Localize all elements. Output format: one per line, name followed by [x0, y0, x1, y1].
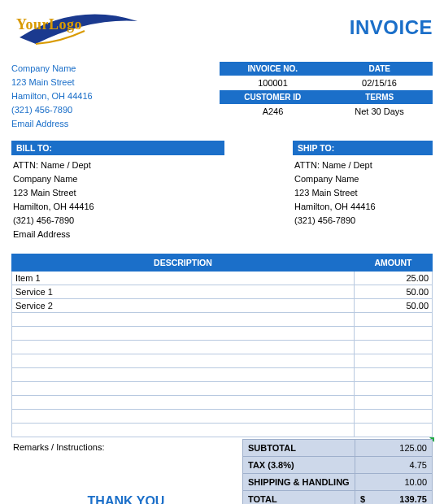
ship-company: Company Name — [294, 172, 431, 186]
invoice-title: INVOICE — [350, 11, 433, 39]
table-row — [12, 409, 433, 423]
meta-head-terms: TERMS — [326, 90, 433, 104]
table-row — [12, 354, 433, 367]
item-description: Service 2 — [12, 298, 355, 312]
remarks-label: Remarks / Instructions: — [13, 442, 239, 452]
col-amount: AMOUNT — [355, 254, 433, 271]
table-row — [12, 381, 433, 395]
bill-to-block: BILL TO: ATTN: Name / Dept Company Name … — [11, 141, 224, 241]
logo-text-1: Your — [16, 16, 49, 33]
meta-invoice-no: 100001 — [220, 76, 326, 90]
company-street: 123 Main Street — [11, 76, 93, 89]
item-description: Service 1 — [12, 285, 355, 298]
table-row — [12, 340, 433, 354]
item-description — [12, 326, 355, 340]
meta-terms: Net 30 Days — [326, 104, 433, 119]
table-row: Service 250.00 — [12, 298, 433, 312]
total-value: $ 139.75 — [355, 490, 433, 504]
item-amount — [355, 409, 433, 423]
item-description — [12, 423, 355, 437]
item-description — [12, 340, 355, 354]
item-description — [12, 381, 355, 395]
thank-you: THANK YOU — [13, 494, 239, 504]
currency-symbol: $ — [360, 494, 365, 504]
company-city: Hamilton, OH 44416 — [11, 89, 93, 103]
logo: YourLogo — [11, 11, 141, 50]
item-amount — [355, 312, 433, 326]
ship-to-header: SHIP TO: — [293, 141, 433, 155]
item-amount: 50.00 — [355, 298, 433, 312]
item-description — [12, 312, 355, 326]
item-amount: 50.00 — [355, 285, 433, 298]
totals-table: SUBTOTAL 125.00 TAX (3.8%) 4.75 SHIPPING… — [242, 439, 433, 504]
subtotal-value: 125.00 — [355, 439, 433, 456]
tax-value: 4.75 — [355, 456, 433, 473]
item-description: Item 1 — [12, 271, 355, 285]
item-description — [12, 409, 355, 423]
logo-text-2: Logo — [49, 16, 82, 33]
ship-city: Hamilton, OH 44416 — [294, 200, 431, 214]
item-amount — [355, 367, 433, 381]
item-amount — [355, 326, 433, 340]
company-name: Company Name — [11, 62, 93, 76]
meta-head-date: DATE — [326, 62, 433, 76]
item-amount — [355, 423, 433, 437]
table-row — [12, 326, 433, 340]
bill-city: Hamilton, OH 44416 — [13, 200, 223, 214]
shipping-value: 10.00 — [355, 473, 433, 490]
tax-label: TAX (3.8%) — [243, 456, 355, 473]
subtotal-label: SUBTOTAL — [243, 439, 355, 456]
bill-phone: (321) 456-7890 — [13, 214, 223, 228]
item-amount: 25.00 — [355, 271, 433, 285]
meta-head-invoice-no: INVOICE NO. — [220, 62, 326, 76]
table-row — [12, 395, 433, 409]
item-description — [12, 367, 355, 381]
bill-street: 123 Main Street — [13, 186, 223, 200]
item-amount — [355, 340, 433, 354]
ship-to-block: SHIP TO: ATTN: Name / Dept Company Name … — [293, 141, 433, 241]
item-amount — [355, 381, 433, 395]
total-label: TOTAL — [243, 490, 355, 504]
company-email: Email Address — [11, 117, 93, 131]
shipping-label: SHIPPING & HANDLING — [243, 473, 355, 490]
table-row — [12, 423, 433, 437]
invoice-meta: INVOICE NO. DATE 100001 02/15/16 CUSTOME… — [220, 62, 433, 131]
total-amount: 139.75 — [399, 494, 427, 504]
table-row — [12, 312, 433, 326]
item-amount — [355, 395, 433, 409]
table-row: Item 125.00 — [12, 271, 433, 285]
item-amount — [355, 354, 433, 367]
company-info: Company Name 123 Main Street Hamilton, O… — [11, 62, 93, 131]
item-description — [12, 395, 355, 409]
table-row — [12, 367, 433, 381]
meta-head-customer-id: CUSTOMER ID — [220, 90, 326, 104]
ship-attn: ATTN: Name / Dept — [294, 159, 431, 172]
meta-customer-id: A246 — [220, 104, 326, 119]
bill-to-header: BILL TO: — [11, 141, 224, 155]
bill-attn: ATTN: Name / Dept — [13, 159, 223, 172]
items-table: DESCRIPTION AMOUNT Item 125.00Service 15… — [11, 254, 433, 437]
ship-phone: (321) 456-7890 — [294, 214, 431, 228]
meta-date: 02/15/16 — [326, 76, 433, 90]
bill-email: Email Address — [13, 228, 223, 241]
col-description: DESCRIPTION — [12, 254, 355, 271]
table-row: Service 150.00 — [12, 285, 433, 298]
ship-street: 123 Main Street — [294, 186, 431, 200]
bill-company: Company Name — [13, 172, 223, 186]
company-phone: (321) 456-7890 — [11, 103, 93, 117]
item-description — [12, 354, 355, 367]
